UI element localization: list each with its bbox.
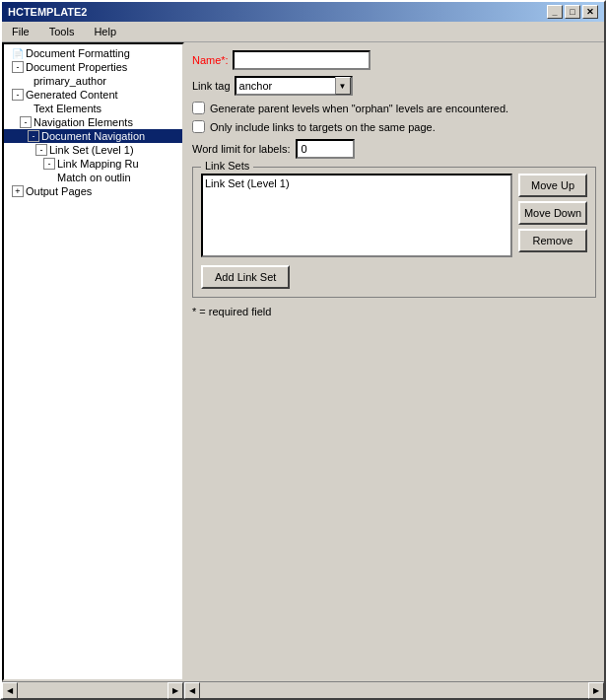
link-tag-row: Link tag anchor ▼ [192, 76, 596, 96]
list-item[interactable]: Link Set (Level 1) [205, 177, 508, 189]
checkbox1[interactable] [192, 102, 205, 114]
right-panel: Name*: Link tag anchor ▼ Generate parent… [184, 42, 604, 681]
tree-item-generated-content[interactable]: - Generated Content [4, 88, 182, 102]
scroll-left-arrow[interactable]: ◀ [2, 682, 18, 699]
main-content: 📄 Document Formatting - Document Propert… [2, 42, 604, 681]
remove-button[interactable]: Remove [518, 229, 587, 252]
tree-item-primary-author[interactable]: primary_author [4, 74, 182, 88]
link-tag-dropdown[interactable]: anchor ▼ [235, 76, 353, 96]
menu-tools[interactable]: Tools [43, 24, 81, 39]
maximize-button[interactable]: □ [565, 5, 580, 19]
checkbox2-label: Only include links to targets on the sam… [210, 121, 436, 133]
right-scrollbar: ◀ ▶ [184, 682, 604, 698]
checkbox1-label: Generate parent levels when "orphan" lev… [210, 103, 508, 114]
bottom-bar: ◀ ▶ ◀ ▶ [2, 681, 604, 698]
tree-item-navigation-elements[interactable]: - Navigation Elements [4, 115, 182, 129]
toggle-navigation-elements[interactable]: - [20, 116, 32, 128]
dropdown-arrow[interactable]: ▼ [335, 77, 351, 95]
toggle-doc-properties[interactable]: - [12, 61, 24, 73]
scroll-right-arrow[interactable]: ▶ [168, 682, 183, 699]
window-title: HCTEMPLATE2 [8, 6, 87, 18]
link-set-list[interactable]: Link Set (Level 1) [201, 174, 512, 257]
minimize-button[interactable]: _ [547, 5, 563, 19]
tree-item-text-elements[interactable]: Text Elements [4, 102, 182, 115]
tree-scrollbar: ◀ ▶ [2, 682, 184, 698]
scrollbar-track-left[interactable] [18, 682, 168, 698]
name-row: Name*: [192, 50, 596, 70]
move-down-button[interactable]: Move Down [518, 201, 587, 225]
close-button[interactable]: ✕ [582, 5, 598, 19]
tree-item-document-navigation[interactable]: - Document Navigation [4, 129, 182, 143]
toggle-output-pages[interactable]: + [12, 185, 24, 197]
scroll-right-arrow2[interactable]: ▶ [588, 682, 604, 699]
link-tag-label: Link tag [192, 80, 231, 92]
name-input[interactable] [233, 50, 370, 70]
checkbox2-row: Only include links to targets on the sam… [192, 120, 596, 133]
side-buttons: Move Up Move Down Remove [518, 174, 587, 289]
word-limit-row: Word limit for labels: [192, 139, 596, 159]
required-note: * = required field [192, 306, 596, 317]
scrollbar-track-right[interactable] [200, 682, 588, 698]
menu-bar: File Tools Help [2, 22, 604, 42]
menu-help[interactable]: Help [88, 24, 122, 39]
menu-file[interactable]: File [6, 24, 35, 39]
link-sets-group: Link Sets Link Set (Level 1) Add Link Se… [192, 167, 596, 298]
move-up-button[interactable]: Move Up [518, 174, 587, 197]
toggle-generated-content[interactable]: - [12, 89, 24, 101]
tree-item-match-on-outlin[interactable]: Match on outlin [4, 171, 182, 184]
tree-panel: 📄 Document Formatting - Document Propert… [2, 42, 184, 681]
toggle-document-navigation[interactable]: - [28, 130, 39, 142]
main-window: HCTEMPLATE2 _ □ ✕ File Tools Help 📄 Docu… [0, 0, 606, 700]
title-bar: HCTEMPLATE2 _ □ ✕ [2, 2, 604, 22]
word-limit-input[interactable] [296, 139, 355, 159]
tree-item-doc-properties[interactable]: - Document Properties [4, 60, 182, 74]
tree-item-output-pages[interactable]: + Output Pages [4, 184, 182, 198]
folder-icon: 📄 [12, 48, 24, 59]
link-sets-title: Link Sets [201, 160, 253, 172]
toggle-link-set[interactable]: - [35, 144, 47, 156]
toggle-link-mapping[interactable]: - [43, 158, 55, 170]
checkbox1-row: Generate parent levels when "orphan" lev… [192, 102, 596, 114]
link-tag-value: anchor [236, 79, 335, 93]
link-sets-content: Link Set (Level 1) Add Link Set Move Up … [201, 174, 587, 289]
title-bar-buttons: _ □ ✕ [547, 5, 598, 19]
tree-item-doc-formatting[interactable]: 📄 Document Formatting [4, 46, 182, 60]
checkbox2[interactable] [192, 120, 205, 133]
tree-item-link-mapping[interactable]: - Link Mapping Ru [4, 157, 182, 171]
word-limit-label: Word limit for labels: [192, 143, 290, 155]
add-link-set-button[interactable]: Add Link Set [201, 265, 290, 289]
name-label: Name*: [192, 54, 229, 66]
scroll-left-arrow2[interactable]: ◀ [184, 682, 200, 699]
tree-item-link-set-level1[interactable]: - Link Set (Level 1) [4, 143, 182, 157]
